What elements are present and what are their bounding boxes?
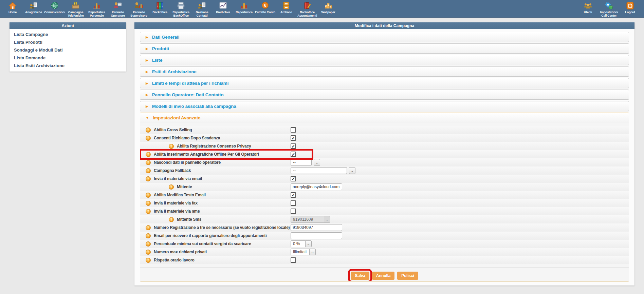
form-row-abilita-modifica-testo-email: iAbilita Modifica Testo Email ✓ bbox=[140, 191, 629, 199]
form-row-numero-max-richiami-privati: iNumero max richiami privati Illimitati … bbox=[140, 248, 629, 256]
sidebar-item-lista-domande[interactable]: Lista Domande bbox=[10, 54, 126, 62]
wallpaper-icon bbox=[324, 1, 333, 10]
section-pannello-operatore-dati-contatto[interactable]: ▶Pannello Operatore: Dati Contatto bbox=[140, 90, 629, 100]
toolbar-item-impostazioni-call-center[interactable]: Impostazioni Call Center bbox=[599, 1, 620, 18]
invia-sms-checkbox[interactable] bbox=[291, 209, 296, 214]
campaign-edit-panel: Modifica i dati della Campagna ▶Dati Gen… bbox=[134, 22, 634, 286]
toolbar-item-estratto-conto[interactable]: Estratto Conto bbox=[255, 1, 276, 18]
toolbar-item-reportistica-backoffice[interactable]: Reportistica BackOffice bbox=[170, 1, 191, 18]
toolbar-item-logout[interactable]: Logout bbox=[620, 1, 641, 18]
salva-button[interactable]: Salva bbox=[351, 272, 369, 280]
section-limiti-tempi-attesa[interactable]: ▶Limiti e tempi di attesa per i richiami bbox=[140, 78, 629, 88]
pannello-operatore-icon bbox=[113, 1, 122, 10]
toolbar-item-predictive[interactable]: Predictive bbox=[213, 1, 234, 18]
field-label: Mittente bbox=[177, 184, 192, 189]
sidebar-item-sondaggi-moduli-dati[interactable]: Sondaggi e Moduli Dati bbox=[10, 46, 126, 54]
info-icon[interactable]: i bbox=[146, 193, 151, 198]
section-title: Liste bbox=[152, 58, 163, 63]
chevron-down-icon[interactable]: ⌄ bbox=[314, 159, 320, 166]
field-label: Abilita Cross Selling bbox=[154, 128, 192, 132]
toolbar-item-reportistica-personale[interactable]: Reportistica Personale bbox=[86, 1, 107, 18]
toolbar-item-utenti[interactable]: Utenti bbox=[577, 1, 599, 18]
toolbar-item-backoffice[interactable]: Backoffice bbox=[149, 1, 170, 18]
info-icon[interactable]: i bbox=[146, 168, 151, 173]
info-icon[interactable]: i bbox=[146, 128, 151, 133]
info-icon[interactable]: i bbox=[146, 160, 151, 165]
toolbar-item-pannello-supervisore[interactable]: Pannello Supervisore bbox=[128, 1, 149, 18]
form-row-invia-materiale-via-fax: iInvia il materiale via fax bbox=[140, 199, 629, 207]
form-row-abilita-registrazione-consenso-privacy: iAbilita Registrazione Consenso Privacy … bbox=[140, 142, 629, 150]
sidebar-item-lista-prodotti[interactable]: Lista Prodotti bbox=[10, 38, 126, 46]
invia-fax-checkbox[interactable] bbox=[291, 200, 296, 206]
chevron-down-icon[interactable]: ⌄ bbox=[309, 249, 316, 255]
email-rapporto-input[interactable] bbox=[291, 232, 342, 239]
numero-registrazione-input[interactable] bbox=[291, 224, 342, 231]
info-icon[interactable]: i bbox=[169, 184, 174, 190]
info-icon[interactable]: i bbox=[146, 233, 151, 238]
percentuale-minima-select[interactable]: 0 % ⌄ bbox=[291, 240, 312, 247]
mittente-input[interactable] bbox=[291, 183, 342, 190]
toolbar-item-comunicazioni[interactable]: Comunicazioni bbox=[44, 1, 65, 18]
info-icon[interactable]: i bbox=[146, 201, 151, 206]
utenti-icon bbox=[584, 1, 592, 10]
info-icon[interactable]: i bbox=[146, 136, 151, 141]
info-icon[interactable]: i bbox=[146, 176, 151, 181]
inserimento-anagrafiche-offline-checkbox[interactable]: ✓ bbox=[291, 152, 296, 157]
section-title: Prodotti bbox=[152, 46, 169, 51]
form-row-email-rapporto-giornaliero: iEmail per ricevere il rapporto giornali… bbox=[140, 232, 629, 240]
info-icon[interactable]: i bbox=[146, 241, 151, 247]
info-icon[interactable]: i bbox=[146, 258, 151, 263]
form-row-mittente: iMittente bbox=[140, 183, 629, 191]
info-icon[interactable]: i bbox=[169, 217, 174, 222]
sidebar-item-lista-campagne[interactable]: Lista Campagne bbox=[10, 31, 126, 38]
toolbar-item-pannello-operatore[interactable]: Pannello Operatore bbox=[107, 1, 128, 18]
checkmark: ✓ bbox=[292, 152, 295, 157]
field-label: Abilita Registrazione Consenso Privacy bbox=[177, 144, 251, 149]
info-icon[interactable]: i bbox=[169, 144, 174, 149]
top-toolbar: Home Anagrafiche Comunicazioni Campagne … bbox=[0, 0, 644, 18]
section-dati-generali[interactable]: ▶Dati Generali bbox=[140, 32, 629, 42]
toolbar-item-reportistica[interactable]: Reportistica bbox=[234, 1, 255, 18]
toolbar-item-label: Pannello Operatore bbox=[107, 11, 128, 18]
section-impostazioni-avanzate-header[interactable]: ▼ Impostazioni Avanzate bbox=[140, 113, 629, 123]
form-row-numero-registrazione: iNumero Registrazione a tre se necessari… bbox=[140, 223, 629, 232]
invia-email-checkbox[interactable]: ✓ bbox=[291, 176, 296, 181]
chevron-down-icon[interactable]: ⌄ bbox=[305, 240, 312, 247]
toolbar-item-anagrafiche[interactable]: Anagrafiche bbox=[23, 1, 44, 18]
chevron-down-icon[interactable]: ⌄ bbox=[349, 167, 355, 174]
form-row-mittente-sms: iMittente Sms 919011609 ⌄ bbox=[140, 215, 629, 223]
toolbar-right-group: Utenti Impostazioni Call Center Logout bbox=[577, 1, 641, 18]
section-liste[interactable]: ▶Liste bbox=[140, 55, 629, 65]
sidebar-item-lista-esiti-archiviazione[interactable]: Lista Esiti Archiviazione bbox=[10, 62, 126, 70]
registrazione-consenso-privacy-checkbox[interactable]: ✓ bbox=[291, 143, 296, 149]
toolbar-item-home[interactable]: Home bbox=[2, 1, 23, 18]
modifica-testo-email-checkbox[interactable]: ✓ bbox=[291, 192, 296, 198]
toolbar-item-campagne-telefoniche[interactable]: Campagne Telefoniche bbox=[65, 1, 86, 18]
toolbar-item-archivio[interactable]: Archivio bbox=[276, 1, 297, 18]
info-icon[interactable]: i bbox=[146, 225, 151, 230]
toolbar-item-gestione-contatti[interactable]: Gestione Contatti bbox=[191, 1, 213, 18]
richiamo-dopo-scadenza-checkbox[interactable]: ✓ bbox=[291, 135, 296, 141]
impostazioni-call-center-icon bbox=[605, 1, 613, 10]
info-icon[interactable]: i bbox=[146, 209, 151, 214]
cross-selling-checkbox[interactable] bbox=[291, 127, 296, 133]
toolbar-item-backoffice-appuntamenti[interactable]: Backoffice Appuntamenti bbox=[297, 1, 318, 18]
annulla-button[interactable]: Annulla bbox=[372, 272, 395, 280]
section-esiti-di-archiviazione[interactable]: ▶Esiti di Archiviazione bbox=[140, 66, 629, 77]
azioni-panel: Azioni Lista Campagne Lista Prodotti Son… bbox=[10, 22, 126, 72]
chevron-right-icon: ▶ bbox=[146, 47, 148, 51]
toolbar-item-wallpaper[interactable]: Wallpaper bbox=[318, 1, 339, 18]
toolbar-item-label: Home bbox=[8, 11, 17, 14]
rispetta-orario-lavoro-checkbox[interactable] bbox=[291, 257, 296, 263]
nascondi-dati-select[interactable]: -- ⌄ bbox=[291, 159, 320, 166]
field-label: Rispetta orario lavoro bbox=[154, 258, 195, 262]
info-icon[interactable]: i bbox=[146, 250, 151, 255]
pulisci-button[interactable]: Pulisci bbox=[397, 272, 418, 280]
section-prodotti[interactable]: ▶Prodotti bbox=[140, 43, 629, 54]
info-icon[interactable]: i bbox=[146, 152, 151, 157]
numero-max-richiami-select[interactable]: Illimitati ⌄ bbox=[291, 249, 316, 255]
section-modelli-di-invio[interactable]: ▶Modelli di invio associati alla campagn… bbox=[140, 101, 629, 111]
campagna-fallback-select[interactable]: -- ⌄ bbox=[291, 167, 355, 174]
toolbar-item-label: Reportistica BackOffice bbox=[170, 11, 191, 18]
chevron-right-icon: ▶ bbox=[146, 35, 148, 39]
